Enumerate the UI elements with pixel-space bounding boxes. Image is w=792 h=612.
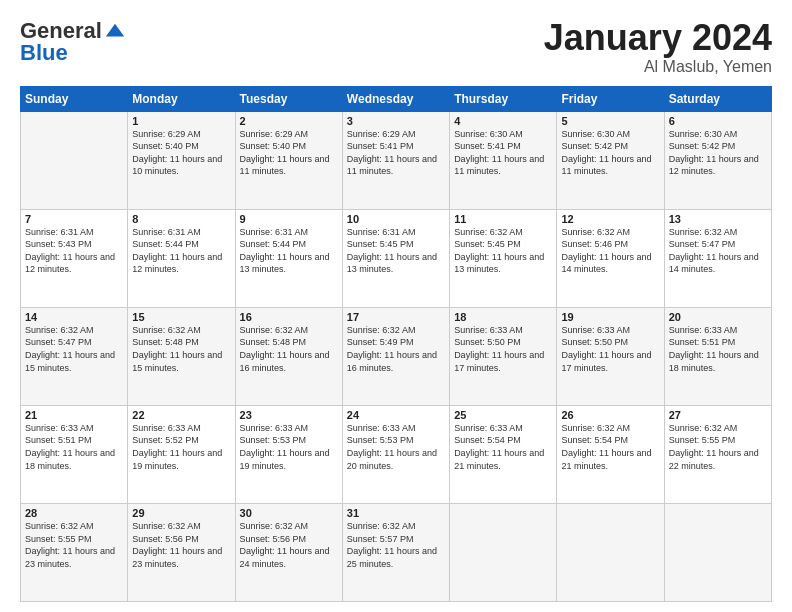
day-number: 10 [347, 213, 445, 225]
day-cell-4: 4Sunrise: 6:30 AMSunset: 5:41 PMDaylight… [450, 111, 557, 209]
day-number: 13 [669, 213, 767, 225]
day-cell-3: 3Sunrise: 6:29 AMSunset: 5:41 PMDaylight… [342, 111, 449, 209]
day-info: Sunrise: 6:32 AMSunset: 5:56 PMDaylight:… [132, 520, 230, 570]
day-cell-11: 11Sunrise: 6:32 AMSunset: 5:45 PMDayligh… [450, 209, 557, 307]
location: Al Maslub, Yemen [544, 58, 772, 76]
day-number: 11 [454, 213, 552, 225]
day-number: 6 [669, 115, 767, 127]
day-cell-15: 15Sunrise: 6:32 AMSunset: 5:48 PMDayligh… [128, 307, 235, 405]
day-number: 4 [454, 115, 552, 127]
day-cell-18: 18Sunrise: 6:33 AMSunset: 5:50 PMDayligh… [450, 307, 557, 405]
day-cell-24: 24Sunrise: 6:33 AMSunset: 5:53 PMDayligh… [342, 405, 449, 503]
day-number: 9 [240, 213, 338, 225]
weekday-header-saturday: Saturday [664, 86, 771, 111]
week-row-4: 21Sunrise: 6:33 AMSunset: 5:51 PMDayligh… [21, 405, 772, 503]
day-info: Sunrise: 6:29 AMSunset: 5:40 PMDaylight:… [240, 128, 338, 178]
weekday-header-monday: Monday [128, 86, 235, 111]
day-number: 1 [132, 115, 230, 127]
header: General Blue January 2024 Al Maslub, Yem… [20, 18, 772, 76]
day-number: 28 [25, 507, 123, 519]
week-row-1: 1Sunrise: 6:29 AMSunset: 5:40 PMDaylight… [21, 111, 772, 209]
day-info: Sunrise: 6:31 AMSunset: 5:44 PMDaylight:… [132, 226, 230, 276]
day-info: Sunrise: 6:32 AMSunset: 5:48 PMDaylight:… [132, 324, 230, 374]
day-number: 3 [347, 115, 445, 127]
day-cell-2: 2Sunrise: 6:29 AMSunset: 5:40 PMDaylight… [235, 111, 342, 209]
day-number: 7 [25, 213, 123, 225]
day-number: 15 [132, 311, 230, 323]
day-info: Sunrise: 6:31 AMSunset: 5:45 PMDaylight:… [347, 226, 445, 276]
day-cell-17: 17Sunrise: 6:32 AMSunset: 5:49 PMDayligh… [342, 307, 449, 405]
day-number: 20 [669, 311, 767, 323]
day-cell-13: 13Sunrise: 6:32 AMSunset: 5:47 PMDayligh… [664, 209, 771, 307]
day-cell-31: 31Sunrise: 6:32 AMSunset: 5:57 PMDayligh… [342, 503, 449, 601]
day-cell-16: 16Sunrise: 6:32 AMSunset: 5:48 PMDayligh… [235, 307, 342, 405]
empty-cell [21, 111, 128, 209]
day-info: Sunrise: 6:31 AMSunset: 5:44 PMDaylight:… [240, 226, 338, 276]
logo: General Blue [20, 18, 126, 66]
day-cell-5: 5Sunrise: 6:30 AMSunset: 5:42 PMDaylight… [557, 111, 664, 209]
day-info: Sunrise: 6:30 AMSunset: 5:42 PMDaylight:… [669, 128, 767, 178]
empty-cell [557, 503, 664, 601]
calendar: SundayMondayTuesdayWednesdayThursdayFrid… [20, 86, 772, 602]
weekday-header-tuesday: Tuesday [235, 86, 342, 111]
weekday-header-row: SundayMondayTuesdayWednesdayThursdayFrid… [21, 86, 772, 111]
day-number: 19 [561, 311, 659, 323]
day-number: 2 [240, 115, 338, 127]
day-number: 18 [454, 311, 552, 323]
svg-marker-0 [106, 24, 124, 37]
day-cell-10: 10Sunrise: 6:31 AMSunset: 5:45 PMDayligh… [342, 209, 449, 307]
day-info: Sunrise: 6:30 AMSunset: 5:42 PMDaylight:… [561, 128, 659, 178]
day-cell-8: 8Sunrise: 6:31 AMSunset: 5:44 PMDaylight… [128, 209, 235, 307]
day-number: 8 [132, 213, 230, 225]
day-cell-20: 20Sunrise: 6:33 AMSunset: 5:51 PMDayligh… [664, 307, 771, 405]
day-number: 17 [347, 311, 445, 323]
day-info: Sunrise: 6:32 AMSunset: 5:47 PMDaylight:… [669, 226, 767, 276]
day-number: 25 [454, 409, 552, 421]
day-cell-9: 9Sunrise: 6:31 AMSunset: 5:44 PMDaylight… [235, 209, 342, 307]
day-number: 27 [669, 409, 767, 421]
day-cell-29: 29Sunrise: 6:32 AMSunset: 5:56 PMDayligh… [128, 503, 235, 601]
empty-cell [450, 503, 557, 601]
day-number: 29 [132, 507, 230, 519]
logo-icon [104, 20, 126, 42]
day-info: Sunrise: 6:32 AMSunset: 5:55 PMDaylight:… [669, 422, 767, 472]
empty-cell [664, 503, 771, 601]
day-info: Sunrise: 6:33 AMSunset: 5:51 PMDaylight:… [25, 422, 123, 472]
day-number: 16 [240, 311, 338, 323]
day-info: Sunrise: 6:32 AMSunset: 5:45 PMDaylight:… [454, 226, 552, 276]
day-cell-1: 1Sunrise: 6:29 AMSunset: 5:40 PMDaylight… [128, 111, 235, 209]
day-number: 12 [561, 213, 659, 225]
day-number: 30 [240, 507, 338, 519]
day-info: Sunrise: 6:33 AMSunset: 5:51 PMDaylight:… [669, 324, 767, 374]
week-row-2: 7Sunrise: 6:31 AMSunset: 5:43 PMDaylight… [21, 209, 772, 307]
day-number: 5 [561, 115, 659, 127]
day-cell-14: 14Sunrise: 6:32 AMSunset: 5:47 PMDayligh… [21, 307, 128, 405]
day-number: 14 [25, 311, 123, 323]
day-cell-19: 19Sunrise: 6:33 AMSunset: 5:50 PMDayligh… [557, 307, 664, 405]
day-info: Sunrise: 6:32 AMSunset: 5:47 PMDaylight:… [25, 324, 123, 374]
day-number: 31 [347, 507, 445, 519]
day-info: Sunrise: 6:32 AMSunset: 5:55 PMDaylight:… [25, 520, 123, 570]
day-info: Sunrise: 6:29 AMSunset: 5:40 PMDaylight:… [132, 128, 230, 178]
title-block: January 2024 Al Maslub, Yemen [544, 18, 772, 76]
day-cell-7: 7Sunrise: 6:31 AMSunset: 5:43 PMDaylight… [21, 209, 128, 307]
day-info: Sunrise: 6:32 AMSunset: 5:46 PMDaylight:… [561, 226, 659, 276]
week-row-5: 28Sunrise: 6:32 AMSunset: 5:55 PMDayligh… [21, 503, 772, 601]
day-info: Sunrise: 6:32 AMSunset: 5:48 PMDaylight:… [240, 324, 338, 374]
day-info: Sunrise: 6:32 AMSunset: 5:54 PMDaylight:… [561, 422, 659, 472]
day-cell-25: 25Sunrise: 6:33 AMSunset: 5:54 PMDayligh… [450, 405, 557, 503]
day-info: Sunrise: 6:33 AMSunset: 5:50 PMDaylight:… [454, 324, 552, 374]
day-cell-26: 26Sunrise: 6:32 AMSunset: 5:54 PMDayligh… [557, 405, 664, 503]
day-number: 24 [347, 409, 445, 421]
day-number: 26 [561, 409, 659, 421]
day-info: Sunrise: 6:32 AMSunset: 5:56 PMDaylight:… [240, 520, 338, 570]
day-cell-27: 27Sunrise: 6:32 AMSunset: 5:55 PMDayligh… [664, 405, 771, 503]
weekday-header-sunday: Sunday [21, 86, 128, 111]
day-info: Sunrise: 6:33 AMSunset: 5:52 PMDaylight:… [132, 422, 230, 472]
weekday-header-thursday: Thursday [450, 86, 557, 111]
day-info: Sunrise: 6:33 AMSunset: 5:53 PMDaylight:… [347, 422, 445, 472]
day-info: Sunrise: 6:30 AMSunset: 5:41 PMDaylight:… [454, 128, 552, 178]
month-title: January 2024 [544, 18, 772, 58]
page: General Blue January 2024 Al Maslub, Yem… [0, 0, 792, 612]
day-info: Sunrise: 6:33 AMSunset: 5:54 PMDaylight:… [454, 422, 552, 472]
